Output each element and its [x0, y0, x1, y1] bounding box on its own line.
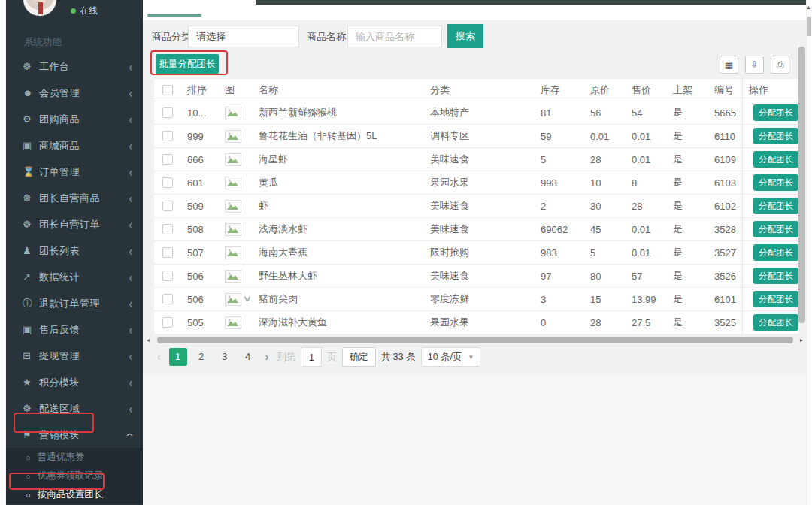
sidebar-item-12[interactable]: ★积分模块‹ — [6, 369, 143, 395]
chevron-left-icon: ‹ — [129, 85, 132, 101]
cell-orig-price: 45 — [584, 224, 626, 235]
cell-sn: 6110 — [708, 131, 742, 142]
assign-leader-button[interactable]: 分配团长 — [753, 221, 798, 237]
chevron-down-icon[interactable]: ∨ — [243, 294, 253, 304]
hscroll-right-arrow-icon[interactable]: ▸ — [800, 337, 803, 343]
col-header-stock: 库存 — [535, 83, 584, 97]
sidebar-item-4[interactable]: ⌛订单管理‹ — [6, 159, 143, 185]
sidebar-item-8[interactable]: ↗数据统计‹ — [6, 264, 143, 290]
batch-assign-leader-button[interactable]: 批量分配团长 — [156, 54, 219, 74]
sidebar-item-0[interactable]: ☸工作台‹ — [6, 53, 143, 80]
cell-category: 美味速食 — [424, 199, 535, 213]
page-vertical-scrollbar[interactable]: ▲ — [806, 0, 812, 505]
row-checkbox[interactable] — [162, 107, 173, 118]
chevron-left-icon: ‹ — [129, 269, 132, 285]
page-number-3[interactable]: 3 — [216, 348, 234, 366]
sidebar-item-10[interactable]: ▣售后反馈‹ — [6, 316, 143, 343]
sidebar-subitem-1[interactable]: ○优惠券领取记录 — [6, 467, 143, 485]
search-button[interactable]: 搜索 — [447, 24, 483, 48]
row-checkbox[interactable] — [162, 317, 173, 328]
assign-leader-button[interactable]: 分配团长 — [753, 174, 798, 191]
sidebar-item-2[interactable]: ⚙团购商品‹ — [6, 106, 143, 132]
assign-leader-button[interactable]: 分配团长 — [753, 104, 798, 121]
user-avatar[interactable] — [23, 0, 57, 17]
select-all-checkbox[interactable] — [162, 85, 173, 95]
product-name-input[interactable] — [347, 26, 442, 47]
cell-listed: 是 — [667, 176, 708, 189]
sidebar-subitem-0[interactable]: ○普通优惠券 — [6, 448, 143, 467]
sidebar-item-label: 工作台 — [39, 60, 70, 74]
assign-leader-button[interactable]: 分配团长 — [753, 244, 798, 261]
assign-leader-button[interactable]: 分配团长 — [753, 268, 798, 284]
assign-leader-button[interactable]: 分配团长 — [753, 314, 798, 331]
table-vertical-scrollbar-thumb[interactable] — [798, 47, 805, 323]
broken-image-icon — [225, 246, 241, 259]
cell-listed: 是 — [667, 222, 708, 236]
page-number-1[interactable]: 1 — [169, 348, 187, 366]
cell-action: 分配团长 — [742, 288, 798, 310]
cell-image — [219, 246, 253, 259]
col-header-category: 分类 — [424, 83, 535, 97]
assign-leader-button[interactable]: 分配团长 — [753, 198, 798, 214]
row-checkbox[interactable] — [162, 271, 173, 281]
chevron-left-icon: ‹ — [129, 401, 132, 416]
sidebar-item-6[interactable]: ☸团长自营订单‹ — [6, 211, 143, 237]
sidebar-item-5[interactable]: ☸团长自营商品‹ — [6, 185, 143, 211]
export-icon[interactable]: ⇩ — [745, 56, 764, 74]
sidebar-item-label: 提现管理 — [39, 349, 80, 363]
vscroll-up-arrow-icon[interactable]: ▲ — [806, 5, 811, 10]
circle-icon: ○ — [26, 453, 31, 462]
assign-leader-button[interactable]: 分配团长 — [753, 151, 798, 168]
cell-sn: 3525 — [708, 317, 742, 328]
sidebar-subitem-2[interactable]: ○按商品设置团长 — [6, 485, 143, 504]
cell-sale-price: 8 — [626, 177, 667, 189]
columns-icon[interactable]: ▦ — [720, 56, 738, 74]
cell-action: 分配团长 — [742, 241, 798, 264]
sidebar-item-1[interactable]: ☻会员管理‹ — [6, 80, 143, 106]
sidebar: 在线 系统功能 ☸工作台‹☻会员管理‹⚙团购商品‹▣商城商品‹⌛订单管理‹☸团长… — [6, 0, 143, 505]
row-checkbox[interactable] — [162, 201, 173, 211]
category-select[interactable]: 请选择 — [188, 26, 299, 47]
sidebar-item-label: 营销模块 — [39, 428, 80, 442]
page-number-4[interactable]: 4 — [239, 348, 257, 366]
goto-page-input[interactable] — [301, 347, 322, 367]
page-size-select[interactable]: 10 条/页 ▼ — [421, 347, 481, 367]
page-vertical-scrollbar-thumb[interactable] — [807, 17, 811, 36]
cell-action: 分配团长 — [742, 218, 798, 240]
cell-action: 分配团长 — [742, 265, 798, 287]
goto-confirm-button[interactable]: 确定 — [342, 347, 376, 367]
row-checkbox[interactable] — [162, 154, 173, 165]
row-checkbox[interactable] — [162, 131, 173, 141]
assign-leader-button[interactable]: 分配团长 — [753, 291, 798, 307]
sidebar-item-14[interactable]: ⚑营销模块‹ — [6, 422, 143, 448]
horizontal-scrollbar-thumb[interactable] — [157, 337, 793, 343]
cell-sn: 3527 — [708, 247, 742, 259]
row-checkbox[interactable] — [162, 177, 173, 188]
assign-leader-button[interactable]: 分配团长 — [753, 128, 798, 144]
row-checkbox[interactable] — [162, 224, 173, 234]
sidebar-item-label: 订单管理 — [39, 165, 80, 179]
next-page-arrow[interactable]: › — [262, 351, 272, 363]
horizontal-scrollbar[interactable] — [154, 336, 802, 344]
sidebar-item-label: 积分模块 — [39, 376, 80, 389]
cell-sn: 6101 — [708, 294, 742, 305]
sidebar-item-13[interactable]: ☸配送区域‹ — [6, 395, 143, 422]
user-plus-icon: ♟ — [23, 245, 39, 256]
cell-listed: 是 — [667, 316, 708, 329]
page-number-2[interactable]: 2 — [192, 348, 211, 366]
cell-category: 美味速食 — [424, 269, 535, 283]
print-icon[interactable]: ⎙ — [771, 56, 789, 74]
row-checkbox[interactable] — [162, 294, 173, 304]
sidebar-item-11[interactable]: ⊟提现管理‹ — [6, 343, 143, 369]
sidebar-item-9[interactable]: ⓘ退款订单管理‹ — [6, 290, 143, 316]
row-checkbox[interactable] — [162, 247, 173, 258]
cell-name: 新西兰新鲜猕猴桃 — [253, 106, 424, 119]
prev-page-arrow[interactable]: ‹ — [154, 351, 164, 363]
dashboard-icon: ☸ — [23, 192, 39, 204]
sidebar-item-7[interactable]: ♟团长列表‹ — [6, 237, 143, 264]
cell-stock: 5 — [535, 154, 584, 165]
hscroll-left-arrow-icon[interactable]: ◂ — [147, 337, 150, 343]
table-body: 10...新西兰新鲜猕猴桃本地特产815654是5665分配团长999鲁花花生油… — [154, 101, 798, 334]
table-row: 506∨猪前尖肉零度冻鲜31513.99是6101分配团长 — [154, 288, 798, 311]
sidebar-item-3[interactable]: ▣商城商品‹ — [6, 132, 143, 159]
